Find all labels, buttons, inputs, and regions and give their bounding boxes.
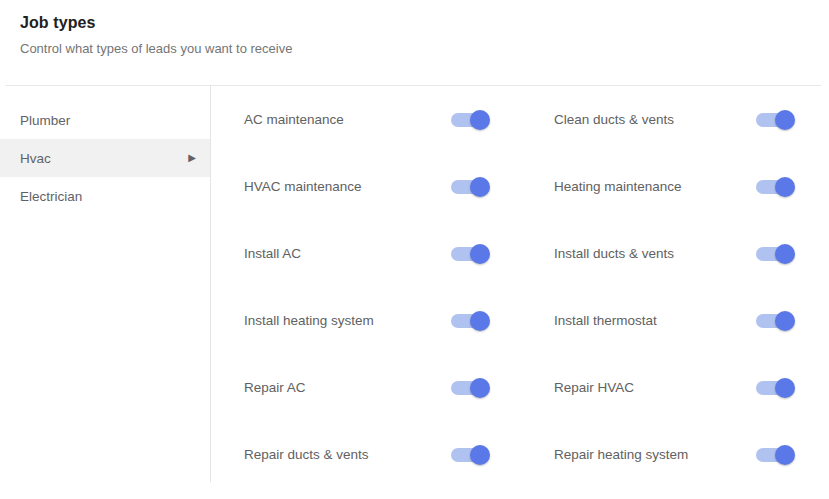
job-type-label: Install AC [244, 246, 301, 261]
toggle-thumb [470, 378, 490, 398]
toggle-row: AC maintenance Clean ducts & vents [244, 86, 805, 153]
job-type-cell: AC maintenance [244, 110, 489, 130]
job-category-sidebar: Plumber ▶ Hvac ▶ Electrician ▶ [0, 86, 211, 482]
toggle-switch[interactable] [451, 311, 489, 331]
job-type-label: Repair ducts & vents [244, 447, 369, 462]
job-type-label: Repair heating system [554, 447, 688, 462]
job-type-label: Install ducts & vents [554, 246, 674, 261]
toggle-switch[interactable] [756, 445, 794, 465]
toggle-switch[interactable] [756, 311, 794, 331]
toggle-switch[interactable] [756, 378, 794, 398]
sidebar-item-electrician[interactable]: Electrician ▶ [0, 177, 210, 215]
toggle-thumb [775, 177, 795, 197]
chevron-right-icon: ▶ [188, 153, 196, 163]
toggle-switch[interactable] [451, 110, 489, 130]
toggle-thumb [470, 177, 490, 197]
job-type-cell: Repair HVAC [554, 378, 794, 398]
toggle-switch[interactable] [451, 378, 489, 398]
job-type-cell: Clean ducts & vents [554, 110, 794, 130]
job-type-cell: HVAC maintenance [244, 177, 489, 197]
job-type-cell: Install ducts & vents [554, 244, 794, 264]
toggle-row: HVAC maintenance Heating maintenance [244, 153, 805, 220]
toggle-switch[interactable] [756, 110, 794, 130]
sidebar-item-label: Plumber [20, 113, 70, 128]
job-type-label: AC maintenance [244, 112, 344, 127]
toggle-thumb [470, 311, 490, 331]
job-type-label: Heating maintenance [554, 179, 682, 194]
toggle-row: Install heating system Install thermosta… [244, 287, 805, 354]
content-area: Plumber ▶ Hvac ▶ Electrician ▶ AC mainte… [0, 86, 829, 499]
job-type-label: Repair AC [244, 380, 306, 395]
toggle-thumb [470, 110, 490, 130]
job-type-cell: Heating maintenance [554, 177, 794, 197]
toggle-thumb [775, 244, 795, 264]
sidebar-item-plumber[interactable]: Plumber ▶ [0, 101, 210, 139]
page-header: Job types Control what types of leads yo… [20, 14, 292, 56]
toggle-thumb [470, 244, 490, 264]
job-type-label: Repair HVAC [554, 380, 634, 395]
toggle-switch[interactable] [756, 177, 794, 197]
toggle-thumb [775, 110, 795, 130]
sidebar-item-label: Hvac [20, 151, 51, 166]
job-type-label: Install heating system [244, 313, 374, 328]
sidebar-item-hvac[interactable]: Hvac ▶ [0, 139, 210, 177]
job-type-cell: Install heating system [244, 311, 489, 331]
job-type-cell: Repair AC [244, 378, 489, 398]
toggle-row: Repair ducts & vents Repair heating syst… [244, 421, 805, 488]
job-type-label: Clean ducts & vents [554, 112, 674, 127]
job-type-cell: Repair heating system [554, 445, 794, 465]
sidebar-item-label: Electrician [20, 189, 82, 204]
toggle-row: Repair AC Repair HVAC [244, 354, 805, 421]
job-type-label: HVAC maintenance [244, 179, 362, 194]
toggle-thumb [775, 311, 795, 331]
job-types-settings-page: Job types Control what types of leads yo… [0, 0, 829, 499]
toggle-thumb [470, 445, 490, 465]
job-type-toggle-list: AC maintenance Clean ducts & vents HVAC … [211, 86, 829, 499]
toggle-switch[interactable] [451, 244, 489, 264]
job-type-cell: Install thermostat [554, 311, 794, 331]
toggle-thumb [775, 378, 795, 398]
job-type-label: Install thermostat [554, 313, 657, 328]
toggle-thumb [775, 445, 795, 465]
toggle-switch[interactable] [451, 177, 489, 197]
page-subtitle: Control what types of leads you want to … [20, 41, 292, 56]
job-type-cell: Repair ducts & vents [244, 445, 489, 465]
job-type-cell: Install AC [244, 244, 489, 264]
toggle-switch[interactable] [756, 244, 794, 264]
page-title: Job types [20, 14, 292, 32]
toggle-row: Install AC Install ducts & vents [244, 220, 805, 287]
toggle-switch[interactable] [451, 445, 489, 465]
